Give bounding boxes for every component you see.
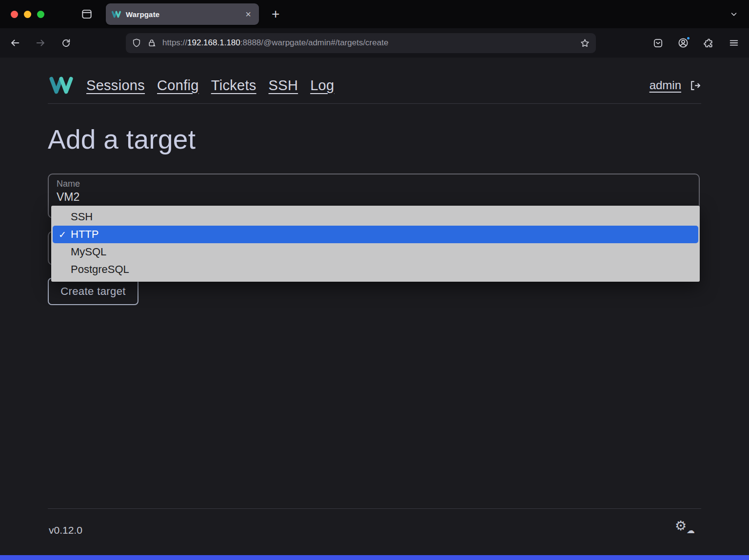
new-tab-button[interactable]: + [269, 6, 282, 22]
check-icon: ✓ [59, 229, 71, 240]
url-path: :8888/@warpgate/admin#/targets/create [240, 38, 389, 47]
account-icon[interactable] [674, 34, 692, 52]
tab-title: Warpgate [126, 10, 238, 19]
tab-list-chevron-icon[interactable] [729, 10, 738, 19]
menu-hamburger-icon[interactable] [725, 34, 743, 52]
window-controls [0, 11, 44, 18]
dropdown-option-label: SSH [71, 211, 93, 223]
version-label: v0.12.0 [49, 524, 82, 536]
minimize-window-button[interactable] [24, 11, 31, 18]
extensions-puzzle-icon[interactable] [700, 34, 717, 52]
nav-link-ssh[interactable]: SSH [269, 77, 298, 94]
nav-link-tickets[interactable]: Tickets [211, 77, 256, 94]
browser-toolbar: https://192.168.1.180:8888/@warpgate/adm… [0, 28, 749, 58]
type-dropdown-menu: ✓ SSH ✓ HTTP ✓ MySQL ✓ PostgreSQL [51, 206, 700, 282]
dropdown-option-http[interactable]: ✓ HTTP [53, 226, 698, 243]
theme-toggle-button[interactable]: ⚙ ☁ [675, 519, 691, 534]
dropdown-option-mysql[interactable]: ✓ MySQL [53, 243, 698, 261]
cloud-icon: ☁ [687, 525, 695, 536]
url-bar[interactable]: https://192.168.1.180:8888/@warpgate/adm… [126, 33, 596, 53]
close-window-button[interactable] [11, 11, 18, 18]
nav-link-log[interactable]: Log [310, 77, 334, 94]
lock-warning-icon[interactable] [147, 38, 157, 48]
tab-favicon-warpgate-icon [112, 11, 121, 18]
nav-link-sessions[interactable]: Sessions [86, 77, 145, 94]
browser-titlebar: Warpgate × + [0, 0, 749, 28]
url-text[interactable]: https://192.168.1.180:8888/@warpgate/adm… [162, 38, 574, 48]
bookmark-star-icon[interactable] [580, 38, 590, 48]
name-field-label: Name [57, 179, 691, 189]
account-notification-dot [686, 36, 690, 40]
header-divider [48, 103, 701, 104]
site-header: Sessions Config Tickets SSH Log admin [48, 74, 701, 97]
dropdown-option-postgresql[interactable]: ✓ PostgreSQL [53, 261, 698, 278]
url-scheme: https:// [162, 38, 187, 47]
zoom-window-button[interactable] [37, 11, 44, 18]
warpgate-admin-page: Sessions Config Tickets SSH Log admin Ad… [0, 58, 749, 555]
forward-button[interactable] [32, 34, 49, 52]
warpgate-logo[interactable] [48, 76, 75, 95]
back-button[interactable] [6, 34, 24, 52]
url-host: 192.168.1.180 [187, 38, 240, 47]
tracking-shield-icon[interactable] [132, 38, 141, 48]
pocket-icon[interactable] [649, 34, 667, 52]
bottom-accent-bar [0, 555, 749, 560]
reload-button[interactable] [57, 34, 75, 52]
create-target-button[interactable]: Create target [48, 278, 138, 305]
footer-divider [48, 508, 701, 509]
dropdown-option-label: MySQL [71, 246, 106, 258]
tab-close-icon[interactable]: × [243, 9, 253, 19]
gear-icon: ⚙ [675, 519, 687, 533]
dropdown-option-label: PostgreSQL [71, 263, 129, 276]
browser-tab[interactable]: Warpgate × [106, 3, 259, 25]
admin-user-link[interactable]: admin [650, 78, 681, 92]
dropdown-option-label: HTTP [71, 228, 99, 241]
firefox-view-icon[interactable] [80, 8, 93, 20]
name-field-value: VM2 [57, 191, 691, 204]
nav-link-config[interactable]: Config [157, 77, 199, 94]
logout-icon[interactable] [689, 79, 701, 92]
page-title: Add a target [48, 124, 196, 155]
dropdown-option-ssh[interactable]: ✓ SSH [53, 208, 698, 226]
